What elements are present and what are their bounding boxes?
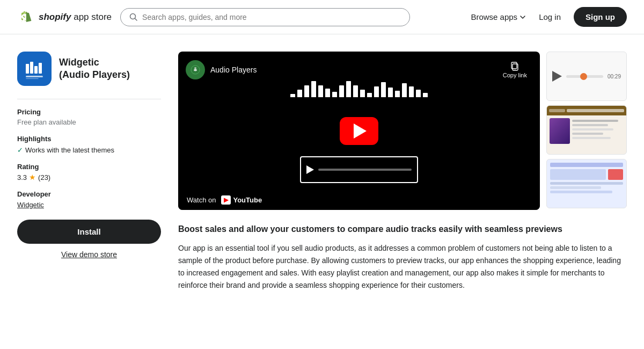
login-button[interactable]: Log in [539,12,561,21]
svg-rect-5 [39,63,42,74]
rating-section: Rating 3.3 ★ (23) [17,163,161,181]
description-body: Our app is an essential tool if you sell… [178,242,627,292]
view-demo-link[interactable]: View demo store [17,250,161,259]
thumb2-body [547,115,626,154]
video-title-area: Audio Players [186,60,257,79]
youtube-label: YouTube [233,196,262,204]
video-top-bar: Audio Players Copy link [178,52,540,88]
media-row: Audio Players Copy link [178,52,627,210]
logo-link[interactable]: shopify app store [17,9,112,26]
star-icon: ★ [29,173,36,181]
play-small-icon [306,165,314,174]
copy-link-label: Copy link [503,72,527,78]
highlight-text: Works with the latest themes [25,146,114,154]
thumbnail-3[interactable] [546,159,627,208]
logo-text: shopify app store [39,12,112,23]
header-nav: Browse apps Log in Sign up [471,7,627,27]
pricing-value: Free plan available [17,118,161,126]
header: shopify app store Browse apps Log in Sig… [0,0,644,34]
svg-point-9 [194,67,196,69]
video-title: Audio Players [210,66,257,74]
thumb3-row1 [550,169,623,180]
search-bar [120,8,410,26]
main-layout: Widgetic (Audio Players) Pricing Free pl… [0,34,644,309]
thumb2-header-bar [547,106,626,115]
install-button[interactable]: Install [17,220,161,244]
waveform-bar [318,169,412,171]
thumb3-row2 [550,182,623,185]
svg-rect-6 [26,76,43,77]
rating-number: 3.3 [17,173,27,181]
app-icon [17,52,52,86]
signup-button[interactable]: Sign up [574,7,627,27]
thumb3-row4 [550,191,612,193]
thumbnails-column: 00:29 [546,52,627,210]
thumb2-text-lines [572,118,624,151]
rating-row: 3.3 ★ (23) [17,173,161,181]
svg-rect-7 [26,78,39,79]
thumb3-header [550,163,623,167]
sidebar-divider-1 [17,99,161,99]
app-name-line1: Widgetic [59,56,130,69]
chevron-down-icon [519,14,526,20]
thumb2-album-art [550,118,570,144]
rating-count: (23) [38,173,50,181]
thumbnail-1[interactable]: 00:29 [546,52,627,101]
content-area: Audio Players Copy link [178,52,627,292]
svg-rect-2 [26,64,29,74]
rating-label: Rating [17,163,161,171]
developer-section: Developer Widgetic [17,190,161,209]
highlights-label: Highlights [17,135,161,143]
highlights-section: Highlights ✓ Works with the latest theme… [17,135,161,154]
highlight-item: ✓ Works with the latest themes [17,146,161,154]
developer-label: Developer [17,190,161,198]
copy-link-button[interactable]: Copy link [497,58,532,82]
youtube-play-button[interactable] [340,117,378,145]
shopify-logo-icon [17,9,34,26]
pricing-section: Pricing Free plan available [17,108,161,126]
player-box [300,156,418,183]
svg-rect-3 [30,62,33,74]
description-heading: Boost sales and allow your customers to … [178,223,627,236]
video-bottom-bar: Watch on ▶ YouTube [178,190,540,210]
search-icon [129,13,138,21]
thumb1-progress-dot [580,73,587,80]
app-name-block: Widgetic (Audio Players) [59,56,130,82]
checkmark-icon: ✓ [17,146,23,154]
channel-icon [186,60,205,79]
thumb1-progress-bar [566,75,603,78]
watch-on-label: Watch on [187,196,216,204]
browse-apps-button[interactable]: Browse apps [471,12,526,21]
thumbnail-2[interactable] [546,105,627,155]
svg-rect-4 [34,66,38,74]
search-input[interactable] [142,13,401,21]
video-container[interactable]: Audio Players Copy link [178,52,540,210]
app-identity: Widgetic (Audio Players) [17,52,161,86]
youtube-logo: ▶ YouTube [221,195,262,205]
app-icon-graphic [24,59,45,79]
svg-rect-0 [17,9,34,26]
thumb1-time: 00:29 [608,74,621,79]
thumb3-row3 [550,186,601,189]
channel-logo-icon [190,64,201,75]
copy-icon [510,61,519,71]
sidebar: Widgetic (Audio Players) Pricing Free pl… [17,52,161,292]
thumb1-play-icon [552,71,562,82]
developer-link[interactable]: Widgetic [17,201,44,209]
app-name-line2: (Audio Players) [59,69,130,81]
pricing-label: Pricing [17,108,161,116]
